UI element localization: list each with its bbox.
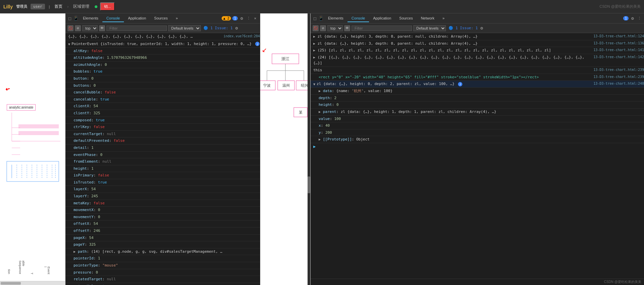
clear-console-btn-right[interactable]: 🚫 <box>313 25 319 31</box>
middle-diagram: ↙ 浙江 宁波 温州 绍兴 某 <box>260 13 311 285</box>
svg-text:浙江: 浙江 <box>281 56 289 61</box>
badge-blue-right: 1 <box>623 16 629 21</box>
logo-suffix: 管理员 <box>16 4 27 9</box>
prop-altitudeangle: altitudeAngle: 1.5707963267948966 <box>65 54 260 61</box>
tab-elements-right[interactable]: Elements <box>324 15 348 22</box>
watermark: CSDN @爱吃松果的美美 <box>600 4 641 9</box>
devtools-right: ⬚ 📱 Elements Console Application Sources… <box>311 13 644 285</box>
prop-currenttarget: currentTarget: null <box>65 130 260 137</box>
log-source-1[interactable]: 13-D3-tree-chart.html:124 <box>593 34 644 39</box>
eye-btn[interactable]: 👁 <box>99 25 105 31</box>
log-content-3: ▶ (25) [zl, zl, zl, zl, zl, zl, zl, zl, … <box>313 47 591 53</box>
context-select-right[interactable]: top <box>327 25 343 31</box>
context-select-left[interactable]: top <box>82 25 98 31</box>
nav-area[interactable]: 区域管理 <box>73 4 89 9</box>
log-source-zl[interactable]: 13-D3-tree-chart.html:240 <box>593 81 644 86</box>
expand-more-btn[interactable]: ▶ <box>311 143 644 150</box>
tab-network-right[interactable]: Network <box>417 15 438 22</box>
badge-yellow-left: ▲ 2 <box>222 16 231 21</box>
prop-offsetx: offsetX: 54 <box>65 220 260 227</box>
settings-icon-left[interactable]: ⚙ <box>239 16 244 21</box>
log-source-2[interactable]: 13-D3-tree-chart.html:136 <box>593 41 644 46</box>
left-scrollbar-thumb[interactable] <box>1 282 21 285</box>
levels-select-right[interactable]: Default levels <box>413 25 446 31</box>
prop-layerx: layerX: 54 <box>65 186 260 193</box>
middle-scrollbar[interactable] <box>308 13 310 285</box>
prop-pointertype: pointerType: "mouse" <box>65 262 260 269</box>
prop-y-zl: y: 200 <box>311 129 644 136</box>
pause-btn[interactable]: ⊘ <box>75 25 81 31</box>
settings-gear-right[interactable]: ⚙ <box>480 26 483 31</box>
separator1: | <box>49 5 50 9</box>
log-content-1: ▶ zl {data: {…}, height: 3, depth: 0, pa… <box>313 34 591 40</box>
tab-elements-left[interactable]: Elements <box>79 15 102 22</box>
levels-select-left[interactable]: Default levels <box>168 25 201 31</box>
prop-composed: composed: true <box>65 117 260 124</box>
info-icon-zl[interactable]: i <box>458 82 462 86</box>
log-source-4[interactable]: 13-D3-tree-chart.html:142 <box>593 54 644 60</box>
log-source-3[interactable]: 13-D3-tree-chart.html:141 <box>593 47 644 53</box>
expand-arrow-bottom[interactable]: ▶ <box>313 144 316 150</box>
select-element-btn[interactable]: ⬚ <box>67 15 73 22</box>
clear-console-btn[interactable]: 🚫 <box>67 25 74 31</box>
prop-layery: layerY: 245 <box>65 193 260 200</box>
issue-right[interactable]: 🔵 1 Issue: 1 <box>449 26 478 30</box>
prop-pointerid: pointerId: 1 <box>65 255 260 262</box>
settings-gear-left[interactable]: ⚙ <box>235 26 238 31</box>
devtools-left: ⬚ 📱 Elements Console Application Sources… <box>65 13 260 285</box>
close-left[interactable]: ✕ <box>252 16 258 21</box>
devtools-left-tabs: ⬚ 📱 Elements Console Application Sources… <box>65 13 260 24</box>
tab-console-left[interactable]: Console <box>102 15 124 22</box>
log-source-this[interactable]: 13-D3-tree-chart.html:239 <box>593 67 644 73</box>
devtools-right-toolbar: 🚫 ⊘ top 👁 Default levels 🔵 1 Issue: 1 ⚙ <box>311 24 644 33</box>
promo-button[interactable]: 销... <box>100 2 115 11</box>
log-source-rect[interactable]: 13-D3-tree-chart.html:239 <box>593 74 644 80</box>
tab-application-right[interactable]: Application <box>369 15 395 22</box>
svg-text:宁波: 宁波 <box>263 83 271 87</box>
mobile-btn[interactable]: 📱 <box>73 15 79 22</box>
log-content-zl: zl {data: {…}, height: 0, depth: 2, pare… <box>317 81 591 87</box>
settings-icon-right[interactable]: ⚙ <box>630 16 635 21</box>
prop-relatedtarget: relatedTarget: null <box>65 276 260 283</box>
log-header-source[interactable]: index.vue?6ced:204 <box>224 34 260 39</box>
prop-movementy: movementY: 0 <box>65 213 260 220</box>
logo-text: Lilly <box>3 4 13 9</box>
prop-ctrlkey: ctrlKey: false <box>65 123 260 130</box>
more-tabs-left[interactable]: » <box>172 15 182 22</box>
eye-btn-right[interactable]: 👁 <box>344 25 350 31</box>
prop-offsety: offsetY: 246 <box>65 227 260 234</box>
log-entry-4: ▶ (24) [{…}, {…}, {…}, {…}, {…}, {…}, {…… <box>311 54 644 67</box>
tab-application-left[interactable]: Application <box>124 15 150 22</box>
more-options-left[interactable]: ⋮ <box>246 16 251 21</box>
bottom-label-2: ableSequence <box>18 260 25 274</box>
tab-console-right[interactable]: Console <box>348 15 369 22</box>
console-log-right[interactable]: ▶ zl {data: {…}, height: 3, depth: 0, pa… <box>311 33 644 279</box>
filter-input-left[interactable] <box>106 26 167 31</box>
tab-sources-left[interactable]: Sources <box>150 15 172 22</box>
filter-input-right[interactable] <box>352 26 412 31</box>
devtools-left-toolbar: 🚫 ⊘ top 👁 Default levels 🔵 1 Issue: 1 ⚙ <box>65 24 260 33</box>
main-content: ↙ analytic:animate <box>0 13 644 285</box>
more-tabs-right[interactable]: » <box>439 15 449 22</box>
pink-bar-2 <box>18 131 59 135</box>
nav-home[interactable]: 首页 <box>54 4 62 9</box>
analytic-node: analytic:animate <box>7 104 36 111</box>
more-options-right[interactable]: ⋮ <box>637 16 642 21</box>
tab-sources-right[interactable]: Sources <box>395 15 417 22</box>
pause-btn-right[interactable]: ⊘ <box>320 25 326 31</box>
left-scrollbar[interactable] <box>0 281 65 285</box>
svg-text:温州: 温州 <box>282 83 290 87</box>
mobile-btn-right[interactable]: 📱 <box>318 15 324 22</box>
console-log-left[interactable]: {…}, {…}, {…}, {…}, {…}, {…}, {…}, {…}, … <box>65 33 260 285</box>
prop-altkey: altKey: false <box>65 47 260 54</box>
info-icon-pointer[interactable]: i <box>255 42 260 46</box>
prop-pressure: pressure: 0 <box>65 269 260 276</box>
middle-scrollbar-thumb[interactable] <box>308 176 310 193</box>
pointer-event-entry: ▼ PointerEvent {isTrusted: true, pointer… <box>65 40 260 47</box>
log-header: {…}, {…}, {…}, {…}, {…}, {…}, {…}, {…}, … <box>65 33 260 40</box>
issue-left[interactable]: 🔵 1 Issue: 1 <box>203 26 233 30</box>
user-badge[interactable]: user <box>31 4 45 9</box>
expand-pointer-event[interactable]: ▼ <box>68 42 70 47</box>
expand-zl-node[interactable]: ▼ <box>313 82 315 87</box>
select-element-btn-right[interactable]: ⬚ <box>312 15 318 22</box>
